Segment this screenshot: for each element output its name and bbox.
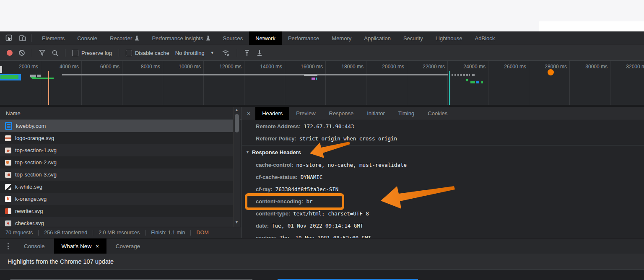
ruler-label: 14000 ms xyxy=(248,64,282,70)
scrollbar-thumb[interactable] xyxy=(235,114,239,132)
close-icon[interactable]: × xyxy=(242,107,255,120)
tab-timing[interactable]: Timing xyxy=(392,107,421,120)
tab-label: Security xyxy=(403,35,423,41)
tab-preview[interactable]: Preview xyxy=(289,107,322,120)
drawer-tab-coverage[interactable]: Coverage xyxy=(106,239,150,254)
divider xyxy=(31,34,31,42)
scrollbar[interactable]: ▲ ▼ xyxy=(233,107,240,227)
network-overview[interactable]: 2000 ms 4000 ms 6000 ms 8000 ms 10000 ms… xyxy=(0,61,644,105)
tab-cookies[interactable]: Cookies xyxy=(421,107,454,120)
waterfall-mark xyxy=(30,75,36,77)
preserve-log-checkbox[interactable]: Preserve log xyxy=(72,50,112,56)
export-har-icon[interactable] xyxy=(257,50,262,56)
tab-adblock[interactable]: AdBlock xyxy=(468,31,501,45)
tab-response[interactable]: Response xyxy=(322,107,361,120)
tab-performance[interactable]: Performance xyxy=(282,31,325,45)
search-icon[interactable] xyxy=(52,50,58,56)
ruler-label: 2000 ms xyxy=(4,64,38,70)
tab-sources[interactable]: Sources xyxy=(217,31,249,45)
network-conditions-icon[interactable] xyxy=(222,49,230,56)
ruler-label: 30000 ms xyxy=(573,64,608,70)
overview-handle[interactable] xyxy=(0,66,2,73)
tab-lighthouse[interactable]: Lighthouse xyxy=(429,31,469,45)
preserve-log-label: Preserve log xyxy=(81,50,112,56)
request-row-kwebby[interactable]: kwebby.com xyxy=(0,120,234,132)
header-value: br xyxy=(306,198,312,205)
request-row[interactable]: logo-orange.svg xyxy=(0,132,234,144)
drawer-tabbar: Console What's New× Coverage xyxy=(0,238,644,254)
page-background xyxy=(0,0,644,31)
import-har-icon[interactable] xyxy=(244,50,250,56)
gridline xyxy=(407,61,407,105)
response-headers-section[interactable]: ▼Response Headers xyxy=(242,145,644,159)
tab-elements[interactable]: Elements xyxy=(36,31,71,45)
drawer-tab-console[interactable]: Console xyxy=(15,239,54,254)
header-value: text/html; charset=UTF-8 xyxy=(293,210,369,217)
clear-button[interactable] xyxy=(18,49,25,56)
gridline xyxy=(81,61,82,105)
header-label: expires: xyxy=(256,235,277,238)
request-name: top-section-1.svg xyxy=(15,147,57,153)
tab-initiator[interactable]: Initiator xyxy=(360,107,392,120)
ruler-label: 8000 ms xyxy=(126,64,160,70)
tab-headers[interactable]: Headers xyxy=(255,107,289,120)
close-icon[interactable]: × xyxy=(96,243,99,249)
tab-label: Headers xyxy=(262,110,283,117)
tab-console[interactable]: Console xyxy=(71,31,104,45)
request-name: checker.svg xyxy=(15,220,44,226)
image-icon xyxy=(5,160,11,166)
filter-icon[interactable] xyxy=(39,50,45,56)
headline-text: Highlights from the Chrome 107 update xyxy=(8,258,114,265)
ruler-label: 4000 ms xyxy=(44,64,79,70)
tab-label: Recorder xyxy=(110,35,132,41)
header-value: strict-origin-when-cross-origin xyxy=(299,135,397,142)
ruler-label: 6000 ms xyxy=(85,64,119,70)
tab-memory[interactable]: Memory xyxy=(325,31,358,45)
header-label: content-type: xyxy=(256,210,290,217)
divider xyxy=(119,49,119,57)
network-toolbar: Preserve log Disable cache No throttling… xyxy=(0,45,644,61)
request-row[interactable]: k-white.svg xyxy=(0,181,234,193)
request-row[interactable]: top-section-1.svg xyxy=(0,144,234,156)
header-line: date:Tue, 01 Nov 2022 09:14:14 GMT xyxy=(242,220,644,232)
ruler-label: 10000 ms xyxy=(166,64,201,70)
tab-network[interactable]: Network xyxy=(249,31,282,45)
tab-label: Performance insights xyxy=(152,35,203,41)
inspect-element-icon[interactable] xyxy=(5,34,13,42)
request-list-panel: Name kwebby.com logo-orange.svg top-sect… xyxy=(0,107,242,227)
drawer-tab-whats-new[interactable]: What's New× xyxy=(54,239,106,254)
device-toolbar-icon[interactable] xyxy=(18,34,27,42)
disable-cache-label: Disable cache xyxy=(135,50,169,56)
tab-performance-insights[interactable]: Performance insights xyxy=(145,31,216,45)
name-column-header[interactable]: Name xyxy=(0,107,242,120)
request-row[interactable]: top-section-2.svg xyxy=(0,156,234,169)
tab-application[interactable]: Application xyxy=(358,31,397,45)
scroll-down-icon[interactable]: ▼ xyxy=(235,220,239,224)
scroll-up-icon[interactable]: ▲ xyxy=(235,108,239,112)
waterfall-long-request xyxy=(62,74,448,75)
throttling-select[interactable]: No throttling▼ xyxy=(175,50,214,56)
more-options-icon[interactable] xyxy=(2,239,15,254)
document-icon xyxy=(5,122,12,130)
gridline xyxy=(610,61,610,105)
record-button[interactable] xyxy=(7,50,13,56)
tab-label: Console xyxy=(24,243,45,249)
divider xyxy=(32,49,32,57)
request-row[interactable]: top-section-3.svg xyxy=(0,169,234,181)
header-value: 172.67.71.90:443 xyxy=(304,123,354,130)
tab-recorder[interactable]: Recorder xyxy=(104,31,145,45)
header-value: no-store, no-cache, must-revalidate xyxy=(296,162,407,168)
request-row[interactable]: checker.svg xyxy=(0,217,234,227)
waterfall-mark xyxy=(466,79,468,81)
request-row[interactable]: rewriter.svg xyxy=(0,205,234,217)
page-white-box xyxy=(539,21,644,31)
checkbox xyxy=(126,50,132,56)
flask-icon xyxy=(135,36,139,41)
section-title: Response Headers xyxy=(252,149,301,156)
header-value: 763384df8f5fa3ec-SIN xyxy=(275,186,339,192)
request-row[interactable]: kk-orange.svg xyxy=(0,193,234,205)
tab-security[interactable]: Security xyxy=(397,31,429,45)
disable-cache-checkbox[interactable]: Disable cache xyxy=(126,50,169,56)
gridline xyxy=(163,61,163,105)
ruler-label: 28000 ms xyxy=(532,64,567,70)
